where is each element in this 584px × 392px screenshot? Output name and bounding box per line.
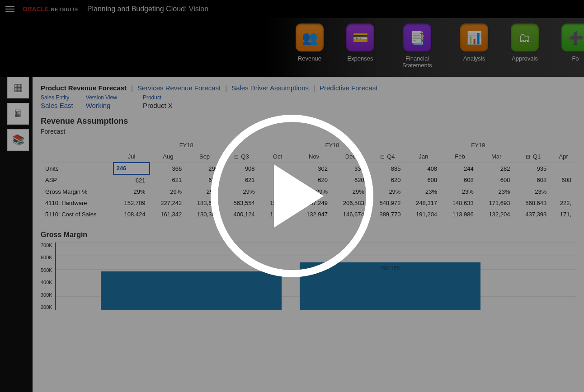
brand-oracle: ORACLE <box>23 5 49 13</box>
nav-tile-revenue[interactable]: 👥 Revenue <box>296 23 324 77</box>
data-cell[interactable]: 23% <box>442 186 478 197</box>
brand-netsuite: NETSUITE <box>51 7 79 12</box>
data-cell[interactable]: 248,317 <box>405 197 442 209</box>
approvals-icon: 🗂 <box>511 23 539 51</box>
nav-label: Analysis <box>463 55 485 62</box>
data-cell[interactable]: 23% <box>515 186 551 197</box>
data-cell[interactable]: 29% <box>369 186 405 197</box>
nav-tile-financial-statements[interactable]: 📑 Financial Statements <box>397 23 438 77</box>
more-icon: ➕ <box>561 23 584 51</box>
data-cell[interactable]: 282 <box>478 163 515 174</box>
data-cell[interactable]: 23% <box>405 186 442 197</box>
form-tab[interactable]: Sales Driver Assumptions <box>231 84 309 92</box>
brand: ORACLE NETSUITE <box>23 5 79 13</box>
pov-product[interactable]: Product Product X <box>143 94 173 109</box>
data-cell[interactable]: 935 <box>515 163 551 174</box>
data-cell[interactable]: 621 <box>113 174 150 186</box>
nav-tile-more[interactable]: ➕ Fo <box>561 23 584 77</box>
data-cell[interactable]: 29% <box>150 186 186 197</box>
data-cell[interactable]: 389,770 <box>369 209 405 220</box>
chart-y-axis: 700K600K500K400K300K200K <box>41 243 55 310</box>
rail-btn-cube[interactable]: ▦ <box>7 77 29 98</box>
revenue-icon: 👥 <box>296 23 324 51</box>
data-cell[interactable]: 548,972 <box>369 197 405 209</box>
nav-tile-expenses[interactable]: 💳 Expenses <box>346 23 374 77</box>
data-cell[interactable]: 437,393 <box>515 209 551 220</box>
data-cell[interactable]: 568,643 <box>515 197 551 209</box>
financial-statements-icon: 📑 <box>403 23 431 51</box>
nav-label: Financial Statements <box>397 55 438 69</box>
data-cell[interactable]: 885 <box>369 163 405 174</box>
row-label: Gross Margin % <box>41 186 113 197</box>
row-label: 5110: Cost of Sales <box>41 209 113 220</box>
data-cell[interactable]: 244 <box>442 163 478 174</box>
data-cell[interactable]: 227,242 <box>150 197 186 209</box>
form-tabs: Product Revenue Forecast | Services Reve… <box>41 84 576 92</box>
nav-label: Fo <box>572 55 579 62</box>
form-tab-active[interactable]: Product Revenue Forecast <box>41 84 127 92</box>
data-cell[interactable]: 29% <box>113 186 150 197</box>
left-rail: ▦ 🖩 📚 <box>7 77 29 151</box>
app-title: Planning and Budgeting Cloud: Vision <box>87 5 208 13</box>
form-tab[interactable]: Services Revenue Forecast <box>137 84 221 92</box>
data-cell[interactable]: 408 <box>405 163 442 174</box>
form-tab[interactable]: Predictive Forecast <box>320 84 377 92</box>
nav-tile-approvals[interactable]: 🗂 Approvals <box>511 23 539 77</box>
nav-tile-analysis[interactable]: 📊 Analysis <box>460 23 488 77</box>
row-label: Units <box>41 163 113 174</box>
nav-label: Revenue <box>298 55 321 62</box>
data-cell[interactable] <box>551 163 576 174</box>
rail-btn-binders[interactable]: 📚 <box>7 129 29 151</box>
pov-version[interactable]: Version View Working <box>86 94 117 109</box>
editing-cell[interactable]: 246 <box>113 163 150 174</box>
menu-icon[interactable] <box>5 6 14 12</box>
data-cell[interactable]: 148,633 <box>442 197 478 209</box>
nav-strip: 👥 Revenue 💳 Expenses 📑 Financial Stateme… <box>0 18 584 77</box>
play-button[interactable] <box>211 115 373 277</box>
data-cell[interactable]: 23% <box>478 186 515 197</box>
chart-bar[interactable]: 492,155 <box>300 262 480 310</box>
pov-entity[interactable]: Sales Entity Sales East <box>41 94 73 109</box>
data-cell[interactable]: 132,204 <box>478 209 515 220</box>
rail-btn-calc[interactable]: 🖩 <box>7 103 29 125</box>
nav-label: Approvals <box>512 55 538 62</box>
top-bar: ORACLE NETSUITE Planning and Budgeting C… <box>0 0 584 18</box>
expenses-icon: 💳 <box>346 23 374 51</box>
data-cell[interactable]: 608 <box>405 174 442 186</box>
data-cell[interactable]: 222, <box>551 197 576 209</box>
data-cell[interactable]: 152,709 <box>113 197 150 209</box>
data-cell[interactable]: 621 <box>150 174 186 186</box>
pov-row: Sales Entity Sales East Version View Wor… <box>41 94 576 109</box>
data-cell[interactable]: 191,204 <box>405 209 442 220</box>
nav-label: Expenses <box>347 55 373 62</box>
chart-bar[interactable] <box>101 271 282 310</box>
data-cell[interactable] <box>551 186 576 197</box>
row-label: ASP <box>41 174 113 186</box>
data-cell[interactable]: 608 <box>515 174 551 186</box>
data-cell[interactable]: 113,986 <box>442 209 478 220</box>
play-icon <box>274 164 324 228</box>
data-cell[interactable]: 608 <box>551 174 576 186</box>
data-cell[interactable]: 366 <box>150 163 186 174</box>
data-cell[interactable]: 161,342 <box>150 209 186 220</box>
data-cell[interactable]: 108,424 <box>113 209 150 220</box>
data-cell[interactable]: 171,693 <box>478 197 515 209</box>
data-cell[interactable]: 171, <box>551 209 576 220</box>
data-cell[interactable]: 620 <box>369 174 405 186</box>
data-cell[interactable]: 608 <box>442 174 478 186</box>
row-label: 4110: Hardware <box>41 197 113 209</box>
analysis-icon: 📊 <box>460 23 488 51</box>
data-cell[interactable]: 608 <box>478 174 515 186</box>
